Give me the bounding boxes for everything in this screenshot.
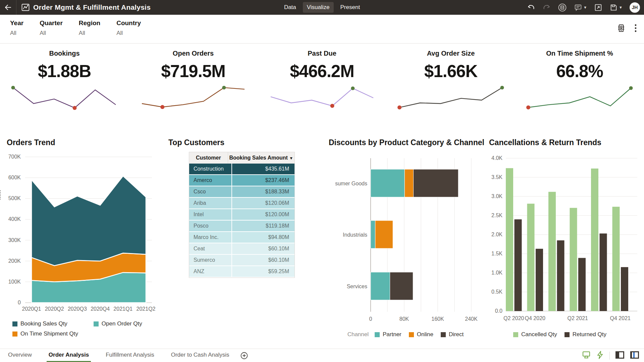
cell-customer: Intel (189, 209, 232, 220)
table-row[interactable]: Sumerco$60.10M (189, 255, 294, 266)
cancellations-chart[interactable]: 4.0K3.5K3.0K2.5K2.0K1.5K1.0K0.5K0.0Q2 20… (486, 153, 641, 327)
kpi-value: 66.8% (515, 61, 644, 81)
kpi-on-time-shipment[interactable]: On Time Shipment % 66.8% (515, 46, 644, 118)
legend-item[interactable]: Booking Sales Qty (12, 320, 67, 327)
kpi-sparkline (267, 83, 377, 113)
cell-customer: Ceat (189, 243, 232, 254)
kpi-past-due[interactable]: Past Due $466.2M (258, 46, 386, 118)
filter-value: All (116, 30, 141, 37)
top-header-bar: Order Mgmt & Fulfillment Analysis Data V… (0, 0, 644, 15)
table-row[interactable]: Construction$435.61M (189, 164, 294, 175)
avatar[interactable]: JH (630, 2, 640, 13)
column-header-booking-sales-amount[interactable]: Booking Sales Amount ▼ (228, 152, 294, 164)
tab-visualize[interactable]: Visualize (303, 2, 334, 13)
svg-text:2021Q1: 2021Q1 (113, 306, 132, 312)
filter-value: All (10, 30, 23, 37)
canvas-tab-overview[interactable]: Overview (6, 349, 34, 362)
orders-trend-chart[interactable]: 700K600K500K400K300K200K100K02020Q12020Q… (3, 153, 161, 317)
kebab-menu-icon[interactable] (635, 24, 637, 34)
save-dropdown[interactable]: ▼ (609, 3, 623, 12)
filter-region[interactable]: Region All (63, 19, 100, 37)
layout-panel-left-icon[interactable] (615, 351, 625, 360)
legend-swatch (94, 321, 99, 326)
open-in-window-button[interactable] (594, 3, 602, 12)
filter-value: All (79, 30, 100, 37)
add-canvas-button[interactable] (240, 349, 248, 362)
bar-segment (405, 169, 413, 197)
auto-refresh-bolt-icon[interactable] (596, 351, 604, 361)
legend-item[interactable]: Partner (375, 331, 401, 338)
discounts-legend: ChannelPartnerOnlineDirect (335, 331, 483, 338)
kpi-sparkline (524, 83, 635, 113)
filter-country[interactable]: Country All (100, 19, 141, 37)
kpi-open-orders[interactable]: Open Orders $719.5M (129, 46, 258, 118)
legend-label: Booking Sales Qty (20, 320, 67, 327)
tab-present[interactable]: Present (336, 2, 364, 13)
filter-bar-actions (616, 23, 637, 34)
undo-button[interactable] (527, 3, 535, 12)
canvas-tab-fulfillment-analysis[interactable]: Fulfillment Analysis (104, 349, 156, 362)
legend-label: Partner (383, 331, 401, 338)
kpi-label: Open Orders (129, 50, 258, 57)
table-row[interactable]: Posco$119.18M (189, 221, 294, 232)
kpi-value: $719.5M (129, 61, 258, 81)
legend-swatch (375, 332, 380, 337)
legend-swatch (513, 332, 518, 337)
tab-data[interactable]: Data (280, 2, 300, 13)
table-row[interactable]: Csco$188.33M (189, 186, 294, 198)
canvas-tab-order-analysis[interactable]: Order Analysis (47, 349, 91, 362)
canvas-tab-order-to-cash[interactable]: Order to Cash Analysis (169, 349, 231, 362)
table-row[interactable]: Intel$120.00M (189, 209, 294, 221)
returned-bar (557, 240, 565, 311)
svg-text:4.0K: 4.0K (491, 155, 502, 161)
svg-text:200K: 200K (8, 258, 21, 264)
filter-year[interactable]: Year All (0, 19, 23, 37)
kpi-bookings[interactable]: Bookings $1.88B (0, 46, 129, 118)
filter-quarter[interactable]: Quarter All (23, 19, 63, 37)
table-row[interactable]: Ceat$60.10M (189, 243, 294, 255)
svg-text:2.0K: 2.0K (491, 232, 502, 237)
legend-item[interactable]: Online (409, 331, 433, 338)
svg-text:2.5K: 2.5K (491, 213, 502, 218)
database-icon[interactable] (558, 3, 567, 12)
app-root: Order Mgmt & Fulfillment Analysis Data V… (0, 0, 644, 362)
cancelled-bar (612, 207, 620, 311)
svg-text:2020Q1: 2020Q1 (22, 306, 41, 312)
redo-button[interactable] (542, 3, 551, 12)
back-button[interactable] (0, 0, 16, 15)
table-row[interactable]: Marco Inc.$94.80M (189, 232, 294, 243)
legend-item[interactable]: Returned Qty (565, 331, 606, 338)
workbook-chart-icon (21, 3, 30, 12)
comments-dropdown[interactable]: ▼ (574, 3, 587, 12)
legend-item[interactable]: On Time Shipment Qty (12, 330, 78, 337)
chevron-down-icon: ▼ (619, 5, 623, 9)
svg-text:Services: Services (347, 284, 367, 289)
legend-item[interactable]: Open Order Qty (94, 320, 142, 327)
svg-text:2020Q4: 2020Q4 (91, 306, 110, 312)
table-row[interactable]: ANZ$59.25M (189, 266, 294, 278)
filter-label: Year (10, 19, 23, 27)
header-divider (16, 0, 16, 15)
filter-label: Country (116, 19, 141, 27)
present-canvas-icon[interactable] (582, 351, 591, 361)
canvas-tabs: Overview Order Analysis Fulfillment Anal… (0, 349, 231, 362)
bar-segment (390, 272, 413, 300)
bar-segment (414, 169, 459, 197)
cancelled-bar (527, 204, 535, 311)
svg-text:3.5K: 3.5K (491, 174, 502, 180)
discounts-chart[interactable]: Consumer GoodsIndustrialsServices080K160… (335, 154, 483, 327)
bar-segment (371, 221, 375, 248)
svg-text:400K: 400K (8, 216, 21, 222)
legend-item[interactable]: Cancelled Qty (513, 331, 557, 338)
cancelled-bar (506, 168, 513, 311)
legend-swatch (12, 321, 17, 326)
kpi-avg-order-size[interactable]: Avg Order Size $1.66K (386, 46, 515, 118)
table-row[interactable]: Ariba$120.06M (189, 198, 294, 209)
kpi-label: Past Due (258, 50, 386, 57)
layout-panel-split-icon[interactable] (630, 351, 639, 360)
table-row[interactable]: Amerco$237.46M (189, 175, 294, 186)
panel-drag-handle[interactable] (0, 190, 1, 200)
filter-settings-icon[interactable] (616, 23, 626, 34)
filter-bar: Year All Quarter All Region All Country … (0, 15, 644, 44)
legend-item[interactable]: Direct (441, 331, 464, 338)
